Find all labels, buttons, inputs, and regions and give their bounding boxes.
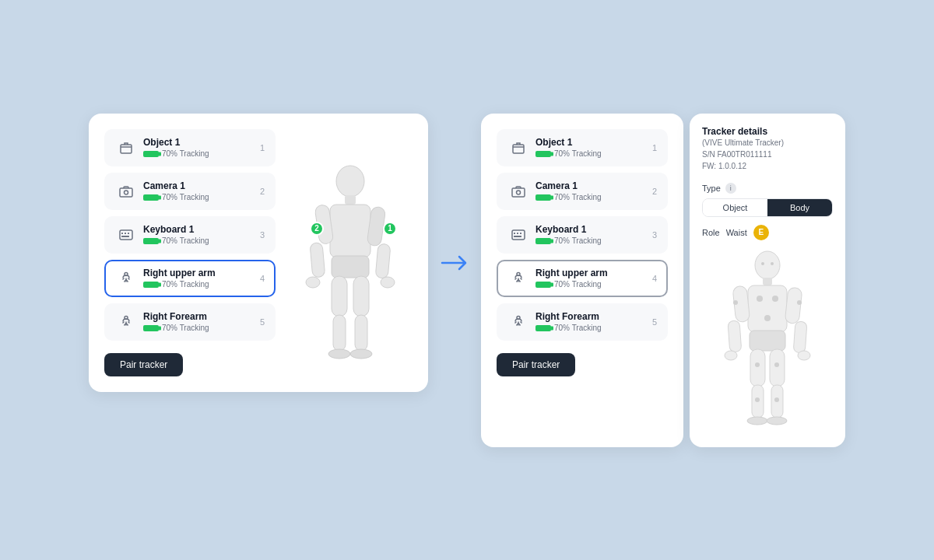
tracker-item-camera1-right[interactable]: Camera 1 70% Tracking 2 [497, 173, 668, 210]
svg-rect-27 [512, 188, 525, 197]
tracker-number: 5 [260, 317, 265, 327]
svg-point-51 [798, 351, 810, 360]
tracker-status-text-r2: 70% Tracking [554, 193, 602, 201]
svg-point-41 [757, 296, 763, 302]
tracker-status-text: 70% Tracking [162, 280, 209, 289]
left-mannequin-area: 2 1 [288, 129, 413, 376]
svg-rect-4 [121, 233, 123, 234]
person-icon-2 [115, 311, 137, 333]
tracker-item-right-forearm-right[interactable]: Right Forearm 70% Tracking 5 [497, 303, 668, 341]
role-badge: E [753, 225, 769, 240]
svg-rect-5 [125, 233, 126, 234]
svg-rect-49 [793, 321, 807, 353]
right-tracker-list: Object 1 70% Tracking 1 [497, 129, 668, 341]
tracker-item-keyboard1-right[interactable]: Keyboard 1 70% Tracking 3 [497, 216, 668, 254]
svg-rect-45 [785, 287, 802, 324]
tracker-details-panel: Tracker details (VIVE Ultimate Tracker) … [690, 114, 845, 447]
svg-point-10 [336, 166, 364, 197]
svg-point-60 [774, 397, 779, 402]
tracker-device-info: (VIVE Ultimate Tracker) S/N FA00TR011111… [702, 137, 833, 172]
tracker-name-right-upper-arm-right: Right upper arm [535, 268, 608, 278]
svg-point-47 [797, 300, 802, 305]
tracker-name-keyboard1-right: Keyboard 1 [535, 224, 602, 235]
svg-point-18 [381, 277, 395, 288]
svg-point-55 [755, 362, 760, 367]
type-info-icon[interactable]: i [725, 183, 736, 194]
person-icon-right [507, 268, 529, 289]
tracker-number-r5: 5 [652, 317, 657, 327]
svg-point-56 [774, 362, 779, 367]
svg-rect-32 [520, 233, 521, 234]
svg-rect-30 [514, 233, 515, 234]
camera-icon-right [507, 180, 529, 202]
svg-point-43 [764, 315, 771, 321]
svg-rect-40 [748, 285, 787, 332]
tracker-item-right-forearm-left[interactable]: Right Forearm 70% Tracking 5 [104, 303, 276, 341]
type-object-button[interactable]: Object [703, 199, 767, 216]
tracker-name-keyboard1-left: Keyboard 1 [143, 224, 209, 235]
svg-rect-33 [514, 236, 521, 237]
svg-rect-7 [121, 236, 129, 237]
tracker-number-r3: 3 [652, 230, 657, 240]
tracker-item-object1-left[interactable]: Object 1 70% Tracking 1 [104, 129, 276, 166]
tracker-number: 2 [260, 187, 265, 196]
type-body-button[interactable]: Body [767, 199, 832, 216]
tracker-name-object1-right: Object 1 [535, 137, 602, 148]
tracker-name-object1-left: Object 1 [143, 137, 209, 148]
svg-rect-54 [770, 349, 785, 387]
battery-bar [143, 238, 159, 244]
camera-icon [115, 180, 137, 202]
svg-rect-11 [345, 195, 356, 205]
svg-point-17 [306, 277, 320, 288]
tracker-name-camera1-right: Camera 1 [535, 180, 602, 191]
svg-rect-0 [121, 145, 132, 153]
svg-rect-12 [330, 205, 370, 257]
details-mannequin [713, 248, 822, 435]
main-container: Object 1 70% Tracking 1 [73, 98, 861, 463]
tracker-details-title: Tracker details [702, 126, 833, 137]
svg-point-36 [755, 251, 780, 279]
box-icon [115, 137, 137, 159]
battery-bar-r1 [535, 151, 551, 157]
tracker-status-text: 70% Tracking [162, 149, 209, 158]
pair-tracker-button-left[interactable]: Pair tracker [104, 353, 183, 376]
right-section: Object 1 70% Tracking 1 [481, 114, 845, 447]
battery-bar [143, 151, 159, 157]
role-label: Role [702, 228, 720, 237]
svg-rect-21 [353, 276, 369, 317]
svg-point-2 [125, 191, 128, 194]
svg-rect-6 [128, 233, 129, 234]
svg-rect-19 [332, 256, 369, 278]
svg-point-42 [772, 296, 778, 302]
tracker-item-right-upper-arm-left[interactable]: Right upper arm 70% Tracking 4 [104, 260, 276, 297]
battery-bar-r3 [535, 238, 551, 244]
svg-point-25 [350, 349, 372, 359]
pair-tracker-button-right[interactable]: Pair tracker [497, 353, 575, 376]
svg-rect-20 [332, 276, 347, 317]
tracker-item-right-upper-arm-right[interactable]: Right upper arm 70% Tracking 4 [497, 260, 668, 297]
type-label: Type [702, 184, 721, 193]
tracker-name-camera1-left: Camera 1 [143, 180, 209, 191]
left-tracker-list: Object 1 70% Tracking 1 [104, 129, 276, 341]
svg-rect-31 [517, 233, 518, 234]
svg-rect-48 [728, 320, 742, 352]
tracker-number: 3 [260, 230, 265, 240]
tracker-name-right-upper-arm-left: Right upper arm [143, 268, 216, 278]
tracker-status-text-r5: 70% Tracking [554, 324, 602, 332]
tracker-item-keyboard1-left[interactable]: Keyboard 1 70% Tracking 3 [104, 216, 276, 254]
arrow-container [441, 114, 469, 272]
svg-rect-26 [513, 145, 524, 153]
svg-point-46 [733, 300, 738, 305]
svg-point-24 [328, 349, 350, 359]
battery-bar [143, 325, 159, 331]
tracker-item-object1-right[interactable]: Object 1 70% Tracking 1 [497, 129, 668, 166]
svg-point-37 [761, 262, 764, 265]
role-section: Role Waist E [702, 225, 833, 240]
tracker-status-text: 70% Tracking [162, 193, 209, 201]
svg-rect-16 [375, 243, 391, 278]
tracker-name-right-forearm-left: Right Forearm [143, 311, 209, 322]
keyboard-icon-right [507, 224, 529, 246]
tracker-item-camera1-left[interactable]: Camera 1 70% Tracking 2 [104, 173, 276, 210]
tracker-status-text-r3: 70% Tracking [554, 236, 602, 245]
svg-rect-1 [120, 188, 132, 197]
